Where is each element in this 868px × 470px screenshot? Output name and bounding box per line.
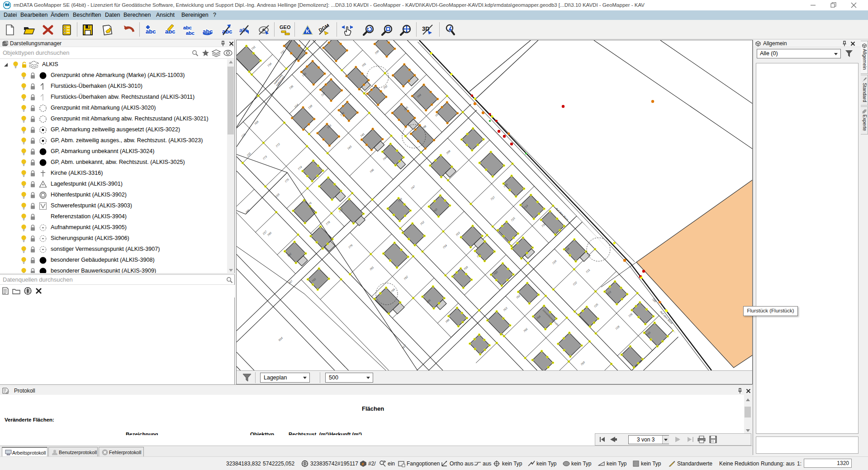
svg-text:K: K: [306, 29, 309, 34]
svg-text:#: #: [362, 462, 364, 466]
svg-text:GEO: GEO: [280, 24, 291, 30]
svg-text:abc: abc: [146, 28, 156, 35]
svg-text:abc: abc: [183, 25, 192, 30]
svg-text:abc: abc: [186, 30, 194, 36]
